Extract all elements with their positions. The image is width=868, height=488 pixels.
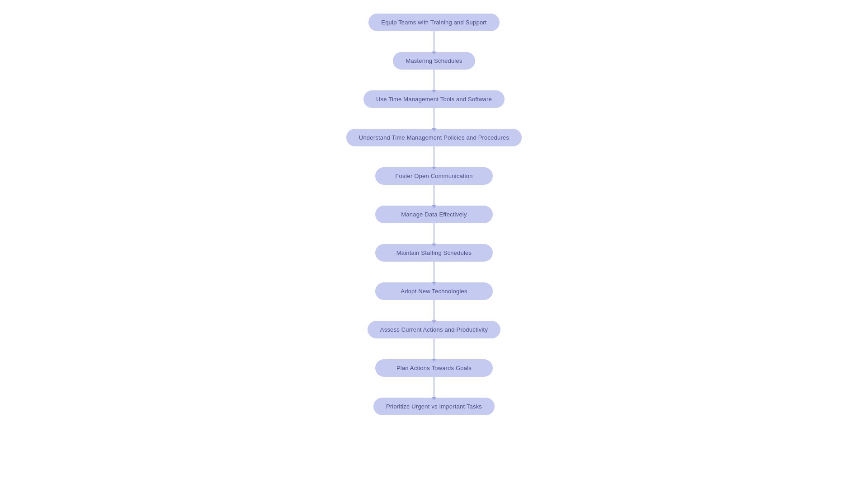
- flowchart: Equip Teams with Training and SupportMas…: [346, 9, 522, 420]
- connector-5: [434, 185, 434, 206]
- connector-6: [434, 223, 434, 244]
- connector-2: [434, 70, 434, 90]
- connector-4: [434, 146, 434, 167]
- connector-3: [434, 108, 434, 129]
- connector-7: [434, 262, 434, 282]
- connector-8: [434, 300, 434, 321]
- node-1: Equip Teams with Training and Support: [368, 14, 499, 31]
- connector-1: [434, 31, 434, 52]
- connector-9: [434, 338, 434, 359]
- connector-10: [434, 377, 434, 398]
